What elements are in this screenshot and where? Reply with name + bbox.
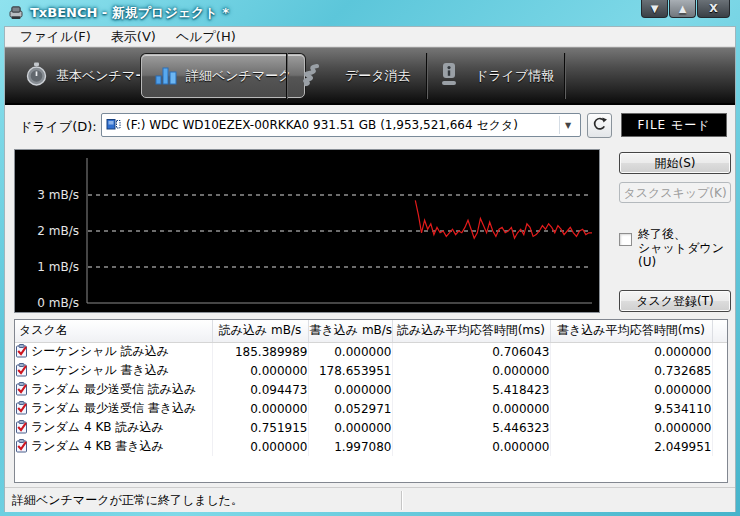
drive-select[interactable]: (F:) WDC WD10EZEX-00RKKA0 931.51 GB (1,9… — [101, 113, 581, 137]
col-write-latency[interactable]: 書き込み平均応答時間(ms) — [550, 320, 712, 342]
col-read-latency[interactable]: 読み込み平均応答時間(ms) — [392, 320, 550, 342]
task-table-body: シーケンシャル 読み込み185.3899890.0000000.7060430.… — [15, 342, 727, 456]
drive-info-icon — [439, 62, 459, 90]
shutdown-checkbox[interactable] — [619, 233, 632, 246]
chevron-down-icon[interactable]: ▼ — [559, 116, 576, 134]
file-mode-indicator[interactable]: FILE モード — [621, 113, 727, 137]
window-title: TxBENCH - 新規プロジェクト * — [30, 4, 229, 22]
toolbar-separator — [564, 53, 565, 99]
toolbar: 基本ベンチマーク 詳細ベンチマーク — [5, 47, 735, 105]
col-filler — [712, 320, 727, 342]
tab-data-erase[interactable]: データ消去 — [297, 54, 411, 98]
client-area: ファイル(F) 表示(V) ヘルプ(H) 基本ベンチマーク — [4, 26, 736, 512]
task-skip-button[interactable]: タスクスキップ(K) — [619, 182, 731, 203]
table-row[interactable]: ランダム 4 KB 書き込み0.0000001.9970800.0000002.… — [15, 437, 727, 456]
menu-bar: ファイル(F) 表示(V) ヘルプ(H) — [5, 27, 735, 47]
tab-detail-benchmark[interactable]: 詳細ベンチマーク — [141, 54, 305, 98]
y-tick-2: 2 mB/s — [21, 224, 79, 239]
col-task-name[interactable]: タスク名 — [15, 320, 212, 342]
speed-graph: 3 mB/s 2 mB/s 1 mB/s 0 mB/s — [14, 149, 600, 313]
y-tick-1: 1 mB/s — [21, 260, 79, 275]
menu-view[interactable]: 表示(V) — [102, 27, 165, 47]
table-row[interactable]: ランダム 4 KB 読み込み0.7519150.0000005.4463230.… — [15, 418, 727, 437]
table-row[interactable]: ランダム 最少送受信 書き込み0.0000000.0529710.0000009… — [15, 399, 727, 418]
drive-label: ドライブ(D): — [19, 115, 97, 139]
clipboard-check-icon — [15, 382, 28, 399]
status-bar: 詳細ベンチマークが正常に終了しました。 — [5, 487, 735, 512]
maximize-button[interactable]: ▲ — [669, 0, 696, 18]
result-table: タスク名 読み込み mB/s 書き込み mB/s 読み込み平均応答時間(ms) … — [14, 319, 728, 483]
table-row[interactable]: シーケンシャル 書き込み0.000000178.6539510.0000000.… — [15, 361, 727, 380]
table-header-row: タスク名 読み込み mB/s 書き込み mB/s 読み込み平均応答時間(ms) … — [15, 320, 727, 342]
app-window: TxBENCH - 新規プロジェクト * ▼ ▲ X ファイル(F) 表示(V)… — [0, 0, 740, 516]
app-icon — [8, 5, 24, 24]
minimize-button[interactable]: ▼ — [641, 0, 668, 18]
stopwatch-icon — [25, 62, 48, 90]
clipboard-check-icon — [15, 344, 28, 361]
y-tick-3: 3 mB/s — [21, 188, 79, 203]
col-read-speed[interactable]: 読み込み mB/s — [212, 320, 308, 342]
toolbar-separator — [286, 53, 287, 99]
shutdown-after-option: 終了後、 シャットダウン(U) — [617, 227, 735, 269]
table-row[interactable]: シーケンシャル 読み込み185.3899890.0000000.7060430.… — [15, 342, 727, 361]
drive-selected-value: (F:) WDC WD10EZEX-00RKKA0 931.51 GB (1,9… — [126, 117, 559, 134]
toolbar-separator — [426, 53, 427, 99]
clipboard-check-icon — [15, 420, 28, 437]
status-separator — [401, 491, 402, 510]
table-row[interactable]: ランダム 最少送受信 読み込み0.0944730.0000005.4184230… — [15, 380, 727, 399]
y-tick-0: 0 mB/s — [21, 296, 79, 311]
start-button[interactable]: 開始(S) — [619, 152, 731, 174]
bar-chart-icon — [154, 64, 178, 89]
task-register-button[interactable]: タスク登録(T) — [619, 290, 731, 312]
close-button[interactable]: X — [697, 0, 730, 18]
clipboard-check-icon — [15, 363, 28, 380]
shutdown-label-line1: 終了後、 — [638, 227, 735, 241]
col-write-speed[interactable]: 書き込み mB/s — [308, 320, 392, 342]
menu-file[interactable]: ファイル(F) — [11, 27, 100, 47]
speed-graph-svg — [15, 150, 599, 312]
title-bar: TxBENCH - 新規プロジェクト * ▼ ▲ X — [0, 0, 740, 26]
clipboard-check-icon — [15, 439, 28, 456]
shutdown-label-line2: シャットダウン(U) — [638, 241, 735, 269]
refresh-icon — [592, 116, 608, 136]
tab-drive-info[interactable]: ドライブ情報 — [439, 54, 554, 98]
eraser-icon — [297, 63, 323, 90]
status-message: 詳細ベンチマークが正常に終了しました。 — [12, 492, 243, 509]
clipboard-check-icon — [15, 401, 28, 418]
refresh-drives-button[interactable] — [587, 113, 612, 138]
drive-icon — [106, 116, 121, 135]
menu-help[interactable]: ヘルプ(H) — [167, 27, 245, 47]
